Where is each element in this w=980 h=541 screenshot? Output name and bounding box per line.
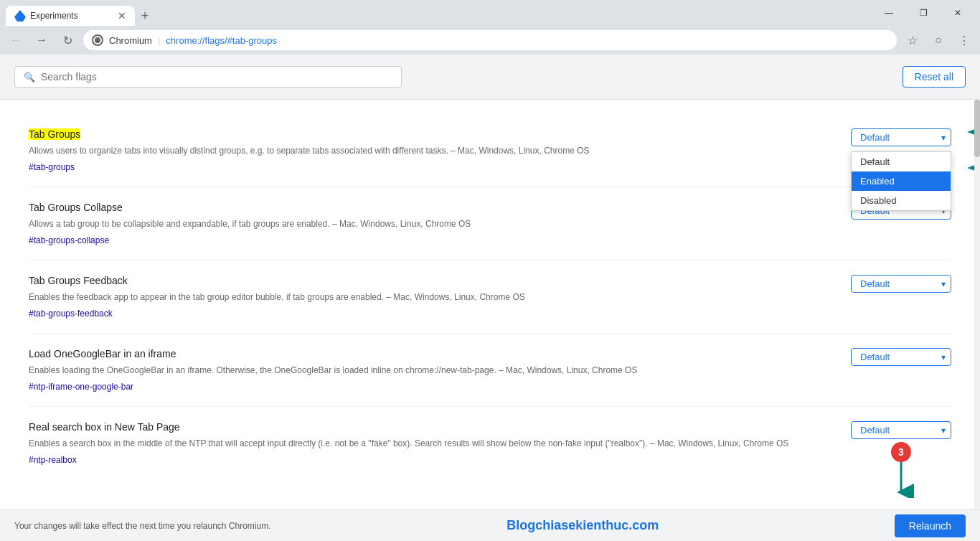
search-bar-area: 🔍 Reset all (0, 55, 980, 100)
flag-link-4[interactable]: #ntp-iframe-one-google-bar (29, 382, 133, 392)
blog-brand: Blogchiasekienthuc.com (507, 518, 659, 533)
flag-desc-4: Enables loading the OneGoogleBar in an i… (29, 364, 822, 377)
flag-link[interactable]: #tab-groups (29, 162, 75, 172)
url-path: chrome://flags/#tab-groups (166, 35, 277, 46)
tab-title: Experiments (30, 11, 78, 21)
flag-control-3: Default Enabled Disabled (851, 275, 951, 293)
bottom-bar: Your changes will take effect the next t… (0, 509, 980, 541)
flag-desc-5: Enables a search box in the middle of th… (29, 437, 822, 450)
flag-title-3: Tab Groups Feedback (29, 275, 822, 286)
flag-item-ntp-iframe: Load OneGoogleBar in an iframe Enables l… (29, 334, 951, 407)
option-disabled[interactable]: Disabled (852, 191, 951, 210)
window-controls: — ❐ ✕ (872, 1, 974, 24)
reload-button[interactable]: ↻ (57, 30, 77, 50)
flag-info-4: Load OneGoogleBar in an iframe Enables l… (29, 348, 851, 392)
new-tab-button[interactable]: + (135, 6, 155, 26)
select-wrapper-5: Default Enabled Disabled (851, 421, 951, 439)
url-separator: | (158, 35, 160, 46)
browser-chrome: Experiments ✕ + — ❐ ✕ ← → ↻ Chromium | c… (0, 0, 980, 55)
flag-link-2[interactable]: #tab-groups-collapse (29, 235, 109, 245)
reset-all-button[interactable]: Reset all (903, 66, 966, 88)
flag-control: Default Enabled Disabled Default Enabled… (851, 128, 951, 146)
tab-area: Experiments ✕ + (6, 0, 155, 26)
flag-info: Tab Groups Allows users to organize tabs… (29, 128, 851, 172)
title-bar: Experiments ✕ + — ❐ ✕ (0, 0, 980, 26)
flag-desc-2: Allows a tab group to be collapsible and… (29, 217, 822, 230)
scrollbar-thumb[interactable] (974, 100, 980, 157)
bottom-message: Your changes will take effect the next t… (14, 521, 271, 531)
option-enabled[interactable]: Enabled (852, 171, 951, 191)
flag-info-2: Tab Groups Collapse Allows a tab group t… (29, 202, 851, 245)
flag-select-tab-groups[interactable]: Default Enabled Disabled (851, 128, 951, 146)
url-bar[interactable]: Chromium | chrome://flags/#tab-groups (83, 30, 897, 50)
flag-title-2: Tab Groups Collapse (29, 202, 822, 213)
search-icon: 🔍 (24, 72, 35, 83)
flag-title: Tab Groups (29, 128, 822, 140)
address-bar: ← → ↻ Chromium | chrome://flags/#tab-gro… (0, 26, 980, 55)
tab-favicon (14, 10, 26, 22)
menu-icon[interactable]: ⋮ (954, 30, 974, 50)
flag-info-3: Tab Groups Feedback Enables the feedback… (29, 275, 851, 319)
search-input[interactable] (41, 71, 392, 83)
flag-item-ntp-realbox: Real search box in New Tab Page Enables … (29, 407, 951, 479)
back-button[interactable]: ← (6, 30, 26, 50)
flag-control-4: Default Enabled Disabled (851, 348, 951, 366)
flags-content: Tab Groups Allows users to organize tabs… (0, 100, 980, 509)
flag-desc-3: Enables the feedback app to appear in th… (29, 291, 822, 304)
maximize-button[interactable]: ❐ (907, 1, 940, 24)
active-tab[interactable]: Experiments ✕ (6, 6, 135, 26)
flag-link-3[interactable]: #tab-groups-feedback (29, 309, 113, 319)
search-box[interactable]: 🔍 (14, 66, 402, 88)
forward-button[interactable]: → (32, 30, 52, 50)
flag-select-tab-groups-feedback[interactable]: Default Enabled Disabled (851, 275, 951, 293)
minimize-button[interactable]: — (872, 1, 905, 24)
flag-item-tab-groups-collapse: Tab Groups Collapse Allows a tab group t… (29, 187, 951, 260)
select-wrapper-4: Default Enabled Disabled (851, 348, 951, 366)
flag-title-highlight: Tab Groups (29, 128, 80, 140)
flag-info-5: Real search box in New Tab Page Enables … (29, 421, 851, 465)
flag-item-tab-groups: Tab Groups Allows users to organize tabs… (29, 114, 951, 187)
option-default[interactable]: Default (852, 152, 951, 171)
flag-desc: Allows users to organize tabs into visua… (29, 144, 822, 157)
select-wrapper: Default Enabled Disabled Default Enabled… (851, 128, 951, 146)
relaunch-button[interactable]: Relaunch (895, 514, 966, 537)
bookmark-icon[interactable]: ☆ (903, 30, 923, 50)
profile-icon[interactable]: ○ (928, 30, 948, 50)
page: 🔍 Reset all Tab Groups Allows users to o… (0, 55, 980, 541)
flag-link-5[interactable]: #ntp-realbox (29, 455, 77, 465)
dropdown-list: Default Enabled Disabled (851, 151, 951, 211)
flag-select-ntp-realbox[interactable]: Default Enabled Disabled (851, 421, 951, 439)
flag-select-ntp-iframe[interactable]: Default Enabled Disabled (851, 348, 951, 366)
scrollbar-track (974, 100, 980, 509)
security-icon (92, 34, 103, 46)
flag-title-5: Real search box in New Tab Page (29, 421, 822, 433)
flag-item-tab-groups-feedback: Tab Groups Feedback Enables the feedback… (29, 260, 951, 334)
flag-control-5: Default Enabled Disabled (851, 421, 951, 439)
tab-close-button[interactable]: ✕ (118, 10, 126, 22)
select-wrapper-3: Default Enabled Disabled (851, 275, 951, 293)
flag-title-4: Load OneGoogleBar in an iframe (29, 348, 822, 359)
url-site: Chromium (109, 35, 152, 46)
close-button[interactable]: ✕ (941, 1, 974, 24)
